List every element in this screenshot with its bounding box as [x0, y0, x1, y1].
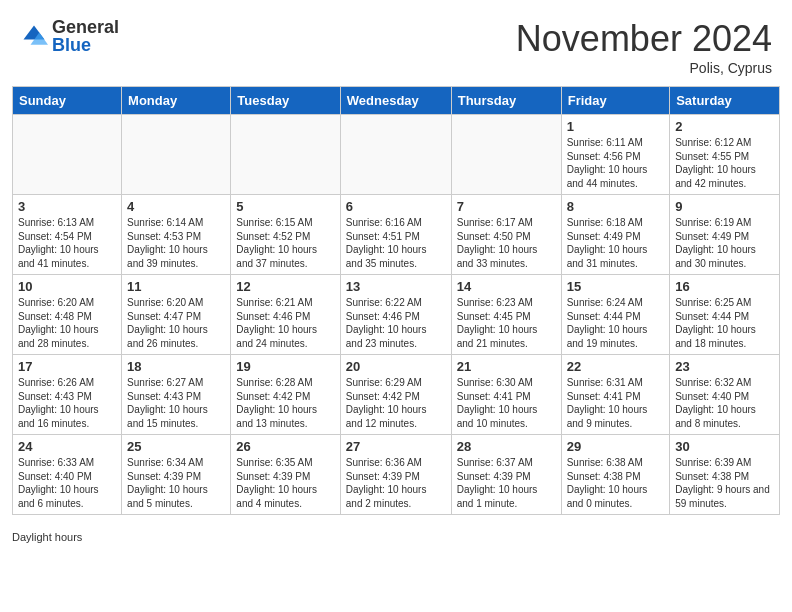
- calendar-cell: 20Sunrise: 6:29 AM Sunset: 4:42 PM Dayli…: [340, 355, 451, 435]
- day-number: 17: [18, 359, 116, 374]
- day-number: 3: [18, 199, 116, 214]
- col-sunday: Sunday: [13, 87, 122, 115]
- col-tuesday: Tuesday: [231, 87, 340, 115]
- calendar-cell: 13Sunrise: 6:22 AM Sunset: 4:46 PM Dayli…: [340, 275, 451, 355]
- day-number: 2: [675, 119, 774, 134]
- day-info: Sunrise: 6:24 AM Sunset: 4:44 PM Dayligh…: [567, 296, 665, 350]
- calendar-cell: 19Sunrise: 6:28 AM Sunset: 4:42 PM Dayli…: [231, 355, 340, 435]
- calendar-body: 1Sunrise: 6:11 AM Sunset: 4:56 PM Daylig…: [13, 115, 780, 515]
- day-info: Sunrise: 6:17 AM Sunset: 4:50 PM Dayligh…: [457, 216, 556, 270]
- calendar-cell: [451, 115, 561, 195]
- location-text: Polis, Cyprus: [516, 60, 772, 76]
- calendar-cell: 24Sunrise: 6:33 AM Sunset: 4:40 PM Dayli…: [13, 435, 122, 515]
- day-number: 22: [567, 359, 665, 374]
- calendar-cell: 4Sunrise: 6:14 AM Sunset: 4:53 PM Daylig…: [122, 195, 231, 275]
- calendar-cell: 30Sunrise: 6:39 AM Sunset: 4:38 PM Dayli…: [670, 435, 780, 515]
- day-info: Sunrise: 6:27 AM Sunset: 4:43 PM Dayligh…: [127, 376, 225, 430]
- calendar-cell: 7Sunrise: 6:17 AM Sunset: 4:50 PM Daylig…: [451, 195, 561, 275]
- day-info: Sunrise: 6:20 AM Sunset: 4:48 PM Dayligh…: [18, 296, 116, 350]
- calendar-cell: 17Sunrise: 6:26 AM Sunset: 4:43 PM Dayli…: [13, 355, 122, 435]
- footer: Daylight hours: [0, 525, 792, 549]
- day-number: 7: [457, 199, 556, 214]
- day-number: 10: [18, 279, 116, 294]
- calendar-cell: 10Sunrise: 6:20 AM Sunset: 4:48 PM Dayli…: [13, 275, 122, 355]
- day-number: 8: [567, 199, 665, 214]
- day-number: 23: [675, 359, 774, 374]
- calendar-cell: 15Sunrise: 6:24 AM Sunset: 4:44 PM Dayli…: [561, 275, 670, 355]
- day-info: Sunrise: 6:35 AM Sunset: 4:39 PM Dayligh…: [236, 456, 334, 510]
- calendar-cell: 1Sunrise: 6:11 AM Sunset: 4:56 PM Daylig…: [561, 115, 670, 195]
- calendar-cell: 14Sunrise: 6:23 AM Sunset: 4:45 PM Dayli…: [451, 275, 561, 355]
- day-number: 28: [457, 439, 556, 454]
- calendar-table: Sunday Monday Tuesday Wednesday Thursday…: [12, 86, 780, 515]
- day-info: Sunrise: 6:18 AM Sunset: 4:49 PM Dayligh…: [567, 216, 665, 270]
- day-info: Sunrise: 6:11 AM Sunset: 4:56 PM Dayligh…: [567, 136, 665, 190]
- calendar-cell: 23Sunrise: 6:32 AM Sunset: 4:40 PM Dayli…: [670, 355, 780, 435]
- month-title: November 2024: [516, 18, 772, 60]
- day-info: Sunrise: 6:22 AM Sunset: 4:46 PM Dayligh…: [346, 296, 446, 350]
- logo: General Blue: [20, 18, 119, 54]
- day-info: Sunrise: 6:21 AM Sunset: 4:46 PM Dayligh…: [236, 296, 334, 350]
- day-info: Sunrise: 6:31 AM Sunset: 4:41 PM Dayligh…: [567, 376, 665, 430]
- day-number: 11: [127, 279, 225, 294]
- day-number: 13: [346, 279, 446, 294]
- calendar-cell: 29Sunrise: 6:38 AM Sunset: 4:38 PM Dayli…: [561, 435, 670, 515]
- calendar-cell: 3Sunrise: 6:13 AM Sunset: 4:54 PM Daylig…: [13, 195, 122, 275]
- calendar-cell: 11Sunrise: 6:20 AM Sunset: 4:47 PM Dayli…: [122, 275, 231, 355]
- day-info: Sunrise: 6:37 AM Sunset: 4:39 PM Dayligh…: [457, 456, 556, 510]
- page-header: General Blue November 2024 Polis, Cyprus: [0, 0, 792, 86]
- calendar-cell: 21Sunrise: 6:30 AM Sunset: 4:41 PM Dayli…: [451, 355, 561, 435]
- day-info: Sunrise: 6:39 AM Sunset: 4:38 PM Dayligh…: [675, 456, 774, 510]
- calendar-cell: 27Sunrise: 6:36 AM Sunset: 4:39 PM Dayli…: [340, 435, 451, 515]
- daylight-hours-label: Daylight hours: [12, 531, 82, 543]
- col-friday: Friday: [561, 87, 670, 115]
- day-number: 9: [675, 199, 774, 214]
- logo-blue-text: Blue: [52, 36, 119, 54]
- logo-general-text: General: [52, 18, 119, 36]
- day-number: 19: [236, 359, 334, 374]
- calendar-cell: 5Sunrise: 6:15 AM Sunset: 4:52 PM Daylig…: [231, 195, 340, 275]
- calendar-cell: 25Sunrise: 6:34 AM Sunset: 4:39 PM Dayli…: [122, 435, 231, 515]
- day-number: 4: [127, 199, 225, 214]
- day-info: Sunrise: 6:33 AM Sunset: 4:40 PM Dayligh…: [18, 456, 116, 510]
- day-info: Sunrise: 6:20 AM Sunset: 4:47 PM Dayligh…: [127, 296, 225, 350]
- day-info: Sunrise: 6:23 AM Sunset: 4:45 PM Dayligh…: [457, 296, 556, 350]
- day-info: Sunrise: 6:28 AM Sunset: 4:42 PM Dayligh…: [236, 376, 334, 430]
- day-number: 25: [127, 439, 225, 454]
- calendar-cell: 8Sunrise: 6:18 AM Sunset: 4:49 PM Daylig…: [561, 195, 670, 275]
- calendar-wrapper: Sunday Monday Tuesday Wednesday Thursday…: [0, 86, 792, 525]
- day-info: Sunrise: 6:26 AM Sunset: 4:43 PM Dayligh…: [18, 376, 116, 430]
- calendar-cell: 18Sunrise: 6:27 AM Sunset: 4:43 PM Dayli…: [122, 355, 231, 435]
- day-info: Sunrise: 6:36 AM Sunset: 4:39 PM Dayligh…: [346, 456, 446, 510]
- title-area: November 2024 Polis, Cyprus: [516, 18, 772, 76]
- day-info: Sunrise: 6:38 AM Sunset: 4:38 PM Dayligh…: [567, 456, 665, 510]
- logo-icon: [20, 22, 48, 50]
- day-number: 12: [236, 279, 334, 294]
- day-number: 30: [675, 439, 774, 454]
- day-number: 5: [236, 199, 334, 214]
- day-info: Sunrise: 6:16 AM Sunset: 4:51 PM Dayligh…: [346, 216, 446, 270]
- calendar-cell: 12Sunrise: 6:21 AM Sunset: 4:46 PM Dayli…: [231, 275, 340, 355]
- calendar-cell: 28Sunrise: 6:37 AM Sunset: 4:39 PM Dayli…: [451, 435, 561, 515]
- col-saturday: Saturday: [670, 87, 780, 115]
- calendar-cell: 6Sunrise: 6:16 AM Sunset: 4:51 PM Daylig…: [340, 195, 451, 275]
- calendar-cell: [340, 115, 451, 195]
- day-number: 24: [18, 439, 116, 454]
- calendar-cell: 9Sunrise: 6:19 AM Sunset: 4:49 PM Daylig…: [670, 195, 780, 275]
- day-number: 15: [567, 279, 665, 294]
- calendar-cell: [122, 115, 231, 195]
- day-info: Sunrise: 6:25 AM Sunset: 4:44 PM Dayligh…: [675, 296, 774, 350]
- day-number: 14: [457, 279, 556, 294]
- day-info: Sunrise: 6:30 AM Sunset: 4:41 PM Dayligh…: [457, 376, 556, 430]
- day-info: Sunrise: 6:29 AM Sunset: 4:42 PM Dayligh…: [346, 376, 446, 430]
- day-number: 1: [567, 119, 665, 134]
- col-thursday: Thursday: [451, 87, 561, 115]
- day-info: Sunrise: 6:19 AM Sunset: 4:49 PM Dayligh…: [675, 216, 774, 270]
- calendar-cell: 22Sunrise: 6:31 AM Sunset: 4:41 PM Dayli…: [561, 355, 670, 435]
- calendar-header: Sunday Monday Tuesday Wednesday Thursday…: [13, 87, 780, 115]
- day-info: Sunrise: 6:34 AM Sunset: 4:39 PM Dayligh…: [127, 456, 225, 510]
- day-number: 6: [346, 199, 446, 214]
- col-wednesday: Wednesday: [340, 87, 451, 115]
- calendar-cell: [231, 115, 340, 195]
- calendar-cell: 2Sunrise: 6:12 AM Sunset: 4:55 PM Daylig…: [670, 115, 780, 195]
